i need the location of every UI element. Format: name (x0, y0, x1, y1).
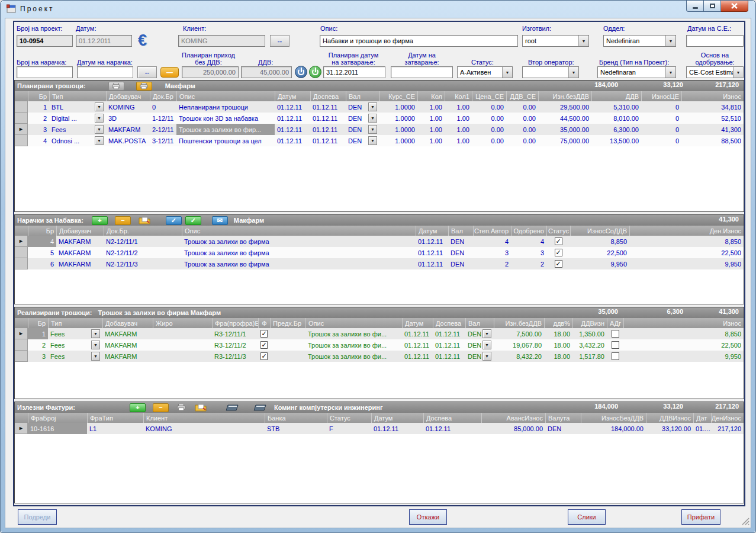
table-cell[interactable]: 8,010.00 (591, 113, 641, 124)
send-mail-button[interactable]: ✉ (212, 216, 228, 225)
table-cell[interactable]: 19,067.80 (494, 339, 544, 351)
column-header[interactable]: Бр (28, 318, 48, 328)
column-header[interactable]: ДДВ (591, 91, 641, 101)
order-lookup-button[interactable]: -- (137, 66, 157, 78)
table-cell[interactable]: 01.12.11 (275, 101, 310, 113)
table-cell[interactable]: 4 (511, 236, 546, 247)
table-cell[interactable]: 22,500 (623, 339, 744, 351)
table-cell[interactable]: 01.12.11 (433, 351, 465, 362)
print-preview-button[interactable] (136, 82, 152, 91)
add-invoice-button[interactable]: + (130, 403, 146, 412)
chevron-down-icon[interactable]: ▼ (665, 67, 675, 78)
table-cell[interactable]: Трошок за залихи во фи... (305, 351, 402, 362)
checkbox[interactable]: ✓ (555, 249, 562, 256)
table-cell[interactable]: 0 (641, 135, 681, 146)
table-cell[interactable]: 8,850 (623, 328, 744, 339)
prepared-by-combo[interactable]: root ▼ (522, 35, 589, 47)
column-header[interactable]: Фра(профра)Е (212, 318, 258, 328)
column-header[interactable]: Статус (327, 413, 371, 423)
column-header[interactable]: Предх.Бр (270, 318, 305, 328)
table-cell[interactable]: 2-12/11 (150, 124, 176, 135)
status-combo[interactable]: А-Активен ▼ (457, 66, 513, 78)
table-cell[interactable]: DEN▼ (465, 328, 494, 339)
column-header[interactable]: Изн.безДДВ (538, 91, 591, 101)
order-date-field[interactable] (77, 66, 133, 78)
table-cell[interactable]: 01.12.11 (371, 423, 423, 434)
table-cell[interactable]: 0.00 (506, 135, 538, 146)
column-header[interactable]: Ф (258, 318, 270, 328)
checkbox[interactable] (612, 352, 619, 360)
column-header[interactable]: ФраТип (87, 413, 143, 423)
table-cell[interactable]: 75,000.00 (538, 135, 591, 146)
table-cell[interactable]: Трошок за залихи во фи... (305, 339, 402, 351)
table-cell[interactable]: 6 (28, 258, 56, 269)
table-cell[interactable]: 01.12.11 (310, 101, 346, 113)
table-cell[interactable]: R3-12/11/3 (212, 351, 258, 362)
chevron-down-icon[interactable]: ▼ (578, 36, 588, 46)
table-cell[interactable]: 1-12/11 (150, 113, 176, 124)
table-cell[interactable]: 0.00 (506, 113, 538, 124)
table-cell[interactable]: DEN (545, 423, 581, 434)
table-row[interactable]: ►3Fees▼MAKFARM2-12/11Трошок за залихи во… (15, 124, 744, 135)
column-header[interactable]: Доспева (423, 413, 481, 423)
table-cell[interactable]: 1.0000 (379, 135, 417, 146)
column-header[interactable]: Опис (305, 318, 402, 328)
table-row[interactable]: 1BTL▼KOMING0Непланирани трошоци01.12.110… (15, 101, 744, 113)
table-cell[interactable]: 35,000.00 (538, 124, 591, 135)
table-cell[interactable]: Поштенски трошоци за цел (176, 135, 275, 146)
minimize-button[interactable] (686, 1, 704, 12)
table-cell[interactable]: 01.... (693, 423, 711, 434)
dropdown-button[interactable]: ▼ (95, 125, 104, 134)
table-row[interactable]: 4Odnosi ...▼MAK.POSTA3-12/11Поштенски тр… (15, 135, 744, 146)
table-cell[interactable]: Трошок за залихи во фи... (305, 328, 402, 339)
row-selector[interactable] (15, 101, 28, 113)
table-cell[interactable]: DEN (448, 258, 473, 269)
add-order-button[interactable]: + (92, 216, 108, 225)
column-header[interactable]: ФраБрој (28, 413, 87, 423)
date-se-field[interactable] (686, 35, 744, 47)
print-invoice-icon[interactable] (173, 403, 189, 412)
column-header[interactable]: ДДВИзнос (646, 413, 693, 423)
table-cell[interactable]: 01.12.11 (310, 124, 346, 135)
column-header[interactable]: АДг (607, 318, 623, 328)
table-cell[interactable]: 13,500.00 (591, 135, 641, 146)
column-header[interactable]: Валута (545, 413, 581, 423)
column-header[interactable]: Датум (402, 318, 433, 328)
table-cell[interactable]: 4 (473, 236, 511, 247)
table-cell[interactable]: DEN▼ (346, 101, 379, 113)
planned-close-field[interactable] (323, 66, 385, 78)
column-header[interactable]: Добавувач (102, 318, 153, 328)
table-cell[interactable]: 3 (511, 247, 546, 258)
table-cell[interactable]: DEN (448, 236, 473, 247)
checkbox[interactable]: ✓ (260, 341, 268, 349)
table-cell[interactable]: Fees▼ (48, 339, 102, 351)
column-header[interactable]: Добавувач (56, 226, 104, 236)
table-cell[interactable]: 01.12.11 (416, 247, 448, 258)
table-cell[interactable]: 01.12.11 (433, 339, 465, 351)
column-header[interactable]: Курс_СЕ (379, 91, 417, 101)
table-cell[interactable]: 01.12.11 (275, 135, 310, 146)
table-cell[interactable]: 1 (28, 101, 49, 113)
table-cell[interactable] (607, 328, 623, 339)
column-header[interactable]: АвансИзнос (481, 413, 545, 423)
table-cell[interactable]: 1.00 (445, 113, 472, 124)
row-selector[interactable]: ► (15, 124, 28, 135)
column-header[interactable]: ддв% (544, 318, 572, 328)
table-cell[interactable]: 29,500.00 (538, 101, 591, 113)
table-cell[interactable]: N2-12/11/1 (104, 236, 182, 247)
table-cell[interactable]: MAKFARM (102, 339, 153, 351)
column-header[interactable]: Док.Бр (150, 91, 176, 101)
column-header[interactable]: Опис (176, 91, 275, 101)
title-bar[interactable]: Проект (1, 1, 755, 17)
remove-invoice-button[interactable]: − (153, 403, 169, 412)
column-header[interactable]: Датум (371, 413, 423, 423)
table-cell[interactable]: 0.00 (506, 124, 538, 135)
table-cell[interactable]: DEN▼ (346, 124, 379, 135)
column-header[interactable]: Дат (693, 413, 711, 423)
table-cell[interactable]: ✓ (258, 328, 270, 339)
planned-income-field[interactable] (182, 66, 239, 78)
chevron-down-icon[interactable]: ▼ (502, 67, 512, 78)
table-cell[interactable]: 1.00 (445, 124, 472, 135)
table-cell[interactable]: 01.12.11 (310, 135, 346, 146)
table-cell[interactable]: 0 (150, 101, 176, 113)
